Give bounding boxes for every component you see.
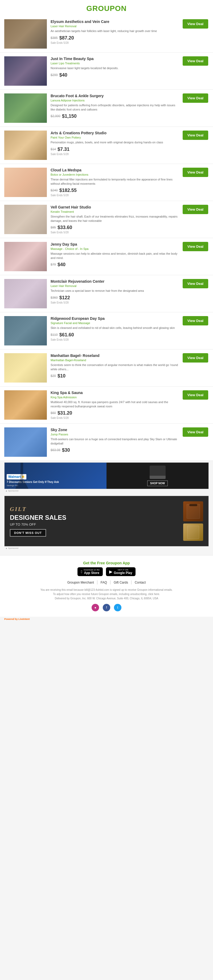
deal-subtitle-1: Laser Hair Removal — [50, 25, 179, 28]
page-footer: Get the Free Groupon App  Download on t… — [0, 555, 213, 617]
deal-title-11: King Spa & Sauna — [50, 390, 179, 395]
deal-sale-price-10: $10 — [57, 373, 66, 379]
footer-sep-3: | — [130, 580, 133, 584]
gilt-cta-btn[interactable]: DON'T MISS OUT — [10, 529, 46, 536]
deal-content-4: Arts & Creations Pottery Studio Paint Yo… — [50, 130, 179, 156]
view-deal-btn-8[interactable]: View Deal — [183, 279, 208, 288]
bag-product-1 — [183, 501, 203, 521]
deal-description-9: Skin is cleansed and exfoliated to rid o… — [50, 326, 179, 330]
deal-title-6: Vell Garnet Hair Studio — [50, 205, 179, 210]
instagram-icon[interactable]: ● — [92, 604, 99, 611]
app-download-section: Get the Free Groupon App  Download on t… — [4, 561, 209, 576]
deal-sale-end-8: Sale Ends 5/28 — [50, 301, 179, 304]
appstore-badge[interactable]:  Download on the App Store — [77, 567, 103, 576]
footer-link-groupon-merchant[interactable]: Groupon Merchant — [67, 581, 94, 584]
deal-content-5: Cloud La Medspa Botox or Juvederm Inject… — [50, 168, 179, 197]
deal-original-price-10: $20 — [50, 374, 56, 378]
ad1-disclaimer: ▲ Sponsored — [0, 489, 213, 493]
view-deal-btn-1[interactable]: View Deal — [183, 19, 208, 29]
deal-sale-price-5: $182.55 — [59, 188, 77, 193]
deal-sale-end-1: Sale Ends 5/28 — [50, 41, 179, 44]
ad1-right[interactable]: SHOP NOW — [106, 463, 208, 489]
deal-subtitle-4: Paint Your Own Pottery — [50, 136, 179, 139]
appstore-small-label: Download on the — [84, 569, 99, 571]
deal-subtitle-7: Massage - Choice of - In Spa — [50, 247, 179, 250]
footer-links-row: Groupon Merchant | FAQ | Gift Cards | Co… — [4, 580, 209, 585]
deal-action-11: View Deal — [182, 390, 209, 399]
deal-pricing-10: $20 $10 — [50, 373, 179, 379]
deal-description-4: Personalize mugs, plates, bowls, and mor… — [50, 140, 179, 145]
view-deal-btn-5[interactable]: View Deal — [183, 168, 208, 177]
deal-sale-price-1: $87.20 — [59, 35, 74, 41]
footer-sep-1: | — [96, 580, 99, 584]
page-header: GROUPON — [0, 0, 213, 16]
boot-silhouette — [150, 466, 166, 479]
deal-sale-price-6: $33.60 — [57, 225, 72, 231]
footer-link-gift-cards[interactable]: Gift Cards — [114, 581, 128, 584]
deal-title-12: Sky Zone — [50, 427, 179, 432]
social-links-row: ● f t — [4, 604, 209, 611]
view-deal-btn-2[interactable]: View Deal — [183, 56, 208, 66]
deal-sale-price-12: $30 — [62, 447, 70, 453]
view-deal-btn-3[interactable]: View Deal — [183, 94, 208, 103]
deal-subtitle-3: Lanuva Adipose Injections — [50, 99, 179, 102]
deal-pricing-2: $299 $40 — [50, 72, 179, 78]
deals-list: Elysum Aesthetics and Vein Care Laser Ha… — [0, 16, 213, 461]
view-deal-btn-7[interactable]: View Deal — [183, 242, 208, 251]
ad1-shop-now-btn[interactable]: SHOP NOW — [147, 480, 168, 486]
deal-action-4: View Deal — [182, 130, 209, 140]
deal-content-7: Jenny Day Spa Massage - Choice of - In S… — [50, 242, 179, 268]
ad2-content: GILT DESIGNER SALES UP TO 70% OFF DON'T … — [10, 506, 179, 536]
deal-pricing-6: $85 $33.60 — [50, 225, 179, 231]
twitter-icon[interactable]: t — [114, 604, 121, 611]
deal-action-5: View Deal — [182, 168, 209, 177]
powered-by-section: Powered by LiveIntent — [0, 617, 213, 622]
deal-description-3: Designed for patients suffering from ort… — [50, 103, 179, 111]
view-deal-btn-6[interactable]: View Deal — [183, 205, 208, 214]
deal-original-price-9: $110 — [50, 333, 58, 337]
deal-item-12: Sky Zone Jump Passes Thrill-seekers can … — [0, 424, 213, 461]
footer-link-contact[interactable]: Contact — [135, 581, 146, 584]
walmart-logo-container: Walmart ✱ — [7, 474, 26, 479]
view-deal-btn-10[interactable]: View Deal — [183, 353, 208, 363]
ad-section-1: Walmart ✱ 7 Discounts Seniors Get Only I… — [0, 461, 213, 494]
deal-item-1: Elysum Aesthetics and Vein Care Laser Ha… — [0, 16, 213, 52]
deal-original-price-7: $79 — [50, 262, 56, 266]
deal-image-8 — [4, 279, 47, 308]
deal-title-7: Jenny Day Spa — [50, 242, 179, 247]
deal-image-5 — [4, 168, 47, 197]
ad1-left: Walmart ✱ 7 Discounts Seniors Get Only I… — [5, 463, 106, 489]
view-deal-btn-4[interactable]: View Deal — [183, 130, 208, 140]
view-deal-btn-12[interactable]: View Deal — [183, 427, 208, 437]
deal-sale-price-8: $122 — [59, 295, 70, 301]
deal-subtitle-2: Laser Lipo Treatments — [50, 62, 179, 65]
deal-pricing-5: $240 $182.55 — [50, 188, 179, 193]
deal-content-9: Ridgewood European Day Spa Signature Fac… — [50, 316, 179, 341]
legal-line-3: Delivered by Groupon, Inc. 600 W. Chicag… — [4, 597, 209, 601]
footer-link-faq[interactable]: FAQ — [101, 581, 107, 584]
facebook-icon[interactable]: f — [103, 604, 110, 611]
deal-description-8: Technician uses a special laser to remov… — [50, 289, 179, 293]
deal-content-2: Just In Time Beauty Spa Laser Lipo Treat… — [50, 56, 179, 78]
deal-title-9: Ridgewood European Day Spa — [50, 316, 179, 321]
deal-original-price-8: $360 — [50, 296, 58, 299]
ad2-disclaimer: ▲ Sponsored — [0, 546, 213, 550]
deal-sale-end-11: Sale Ends 5/28 — [50, 417, 179, 419]
deal-original-price-3: $2,000 — [50, 114, 60, 118]
view-deal-btn-11[interactable]: View Deal — [183, 390, 208, 399]
deal-original-price-5: $240 — [50, 188, 58, 192]
deal-item-3: Brucato Foot & Ankle Surgery Lanuva Adip… — [0, 90, 213, 127]
deal-sale-end-9: Sale Ends 5/28 — [50, 338, 179, 341]
deal-title-5: Cloud La Medspa — [50, 168, 179, 172]
deal-sale-price-11: $31.20 — [57, 410, 72, 416]
ad-banner-1: Walmart ✱ 7 Discounts Seniors Get Only I… — [4, 462, 209, 489]
view-deal-btn-9[interactable]: View Deal — [183, 316, 208, 325]
footer-legal-text: You are receiving this email because bil… — [4, 588, 209, 601]
deal-title-4: Arts & Creations Pottery Studio — [50, 130, 179, 135]
googleplay-badge[interactable]: ▶ GET IT ON Google Play — [106, 567, 135, 576]
deal-sale-end-6: Sale Ends 5/28 — [50, 231, 179, 234]
deal-pricing-4: $14 $7.31 — [50, 146, 179, 152]
deal-image-4 — [4, 130, 47, 160]
deal-action-7: View Deal — [182, 242, 209, 251]
deal-image-1 — [4, 19, 47, 49]
